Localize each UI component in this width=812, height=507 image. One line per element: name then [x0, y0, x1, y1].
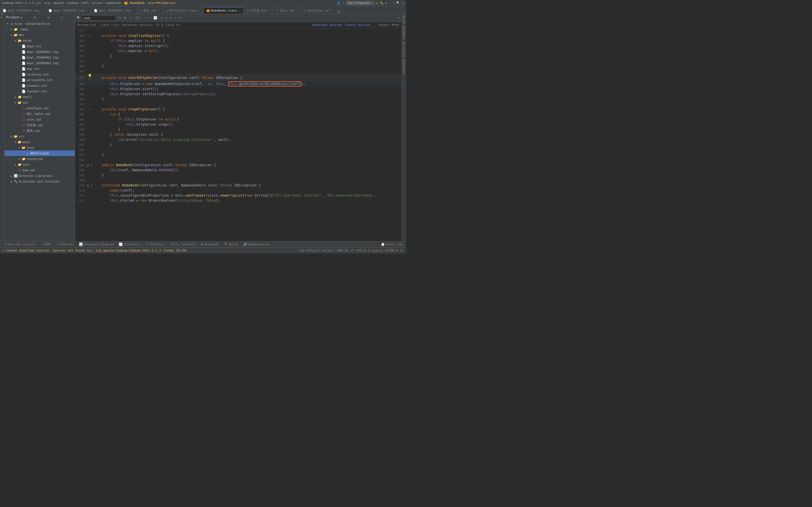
tab-join-sql[interactable]: ⬡ join.sql ✕: [273, 7, 301, 14]
sidebar-item-shell[interactable]: ▶ 📁 shell: [4, 94, 75, 100]
tab-todo[interactable]: ☑ TODO: [39, 242, 53, 247]
sidebar-item-doc[interactable]: ▼ 📂 doc: [4, 32, 75, 38]
status-warning[interactable]: ⚠ Cannot download sources: Sources not f…: [2, 249, 187, 252]
git-icon[interactable]: ↑: [393, 1, 395, 5]
sidebar-item-src[interactable]: ▼ 📂 src: [4, 133, 75, 139]
tab-statistic[interactable]: 📈 Statistic: [116, 242, 143, 247]
intention-bulb[interactable]: 💡: [88, 74, 92, 78]
tab-datatype-sql[interactable]: ⬡ dataType.sql ✕: [301, 7, 337, 14]
search-next-btn[interactable]: ↓: [148, 16, 152, 20]
maven-panel-label[interactable]: Maven: [402, 14, 406, 25]
tab-overflow[interactable]: ▼: [337, 10, 342, 14]
tab-build[interactable]: 🔨 Build: [222, 242, 241, 247]
structure-panel-label[interactable]: Structure: [402, 41, 406, 58]
tab-event-log[interactable]: 📋 Event Log: [378, 242, 405, 247]
run-icon[interactable]: ▶: [376, 1, 378, 5]
tab-hdfsclient[interactable]: ☕ HdfsClient.java ✕: [163, 7, 203, 14]
tab-sequence-diagram[interactable]: 📊 Sequence Diagram: [77, 242, 116, 247]
sidebar-item-resources[interactable]: ▶ 📁 resources: [4, 156, 75, 162]
database-panel-label[interactable]: Database: [402, 25, 406, 41]
tab-problems[interactable]: ⚠ Problems: [54, 242, 76, 247]
sidebar-item-java[interactable]: ▼ 📂 java: [4, 145, 75, 151]
search-opt2-btn[interactable]: ⊟: [169, 17, 172, 19]
sidebar-item-datas[interactable]: ▼ 📂 datas: [4, 38, 75, 43]
search-multiline-btn[interactable]: ⏸: [159, 17, 163, 19]
tab-query-sql[interactable]: ⬡ 查询.sql ✕: [137, 7, 163, 14]
sidebar-item-ddl-sql[interactable]: ▶ ⬡ DDL_table.sql: [4, 111, 75, 117]
collapse-all-icon[interactable]: ≡: [34, 15, 46, 19]
close-sidebar-icon[interactable]: ✕: [61, 15, 73, 19]
close-tab-icon[interactable]: ✕: [86, 9, 88, 12]
search-filter-btn[interactable]: ⚗: [178, 16, 182, 20]
status-server[interactable]: <no default server>: [299, 249, 335, 252]
fold-marker[interactable]: [91, 164, 92, 167]
sidebar-item-dept-txt[interactable]: ▶ 📄 dept.txt: [4, 43, 75, 49]
sidebar-item-idea[interactable]: ▶ 📁 .idea: [4, 26, 75, 32]
sidebar-item-join-sql[interactable]: ▶ ⬡ join.sql: [4, 117, 75, 122]
sidebar-item-dept-log2[interactable]: ▶ 📄 dept_20200402.log: [4, 55, 75, 60]
debug-icon[interactable]: 🐛: [380, 1, 384, 5]
sidebar-item-hive-root[interactable]: ▼ 🗁 hive ~/Desktop/hive: [4, 21, 75, 26]
sidebar-item-datatype-sql[interactable]: ▶ ⬡ dataType.sql: [4, 105, 75, 111]
tab-dependencies[interactable]: 🔗 Dependencies: [241, 242, 273, 247]
search-opt3-btn[interactable]: ≡: [173, 17, 176, 19]
sidebar-item-scratches[interactable]: ▶ 🔧 Scratches and Consoles: [4, 179, 75, 184]
close-tab-icon[interactable]: ✕: [199, 9, 200, 12]
sidebar-item-sql[interactable]: ▼ 📂 sql: [4, 100, 75, 105]
sidebar-item-pom[interactable]: ▶ ⬡ pom.xml: [4, 167, 75, 173]
external-icon[interactable]: ⊕: [20, 15, 33, 19]
bc-method[interactable]: startHttpServer: [148, 1, 175, 5]
choose-sources-link[interactable]: Choose Sources...: [345, 23, 377, 27]
sidebar-item-query-sql[interactable]: ▶ ⬡ 查询.sql: [4, 128, 75, 133]
status-charset[interactable]: UTF-8: [356, 249, 366, 252]
tab-dept-20200401[interactable]: 📄 dept_20200401.log ✕: [0, 7, 46, 14]
reader-mode-btn[interactable]: Reader Mode: [378, 23, 399, 27]
add-configuration-button[interactable]: Add Configuration...: [346, 1, 374, 5]
sidebar-item-partition-sql[interactable]: ▶ ⬡ 分区表.sql: [4, 122, 75, 128]
settings-icon[interactable]: ⚙: [47, 15, 60, 19]
sidebar-item-hdfsclient[interactable]: ▶ ☕ HdfsClient: [4, 151, 75, 156]
sidebar-item-main[interactable]: ▼ 📂 main: [4, 139, 75, 145]
tab-dept-20200402[interactable]: 📄 dept_20200402.log ✕: [46, 7, 91, 14]
tab-partition-sql[interactable]: ⬡ 分区表.sql ✕: [244, 7, 273, 14]
tab-menu-icon[interactable]: ⋮: [400, 10, 406, 14]
search-icon[interactable]: 🔍: [396, 1, 400, 5]
close-tab-icon[interactable]: ✕: [158, 9, 160, 12]
tab-file-transfer[interactable]: ↕ File Transfer: [167, 242, 199, 247]
status-encoding[interactable]: LF: [350, 249, 354, 252]
status-spaces[interactable]: 4 spaces: [368, 249, 383, 252]
sidebar-item-location[interactable]: ▶ 📄 location.txt: [4, 71, 75, 77]
bc-jar[interactable]: hadoop-hdfs-3.1.3.jar: [2, 1, 42, 5]
tab-namenode-class[interactable]: 🍊 NameNode.class ✕: [204, 7, 244, 14]
fold-marker[interactable]: [91, 184, 92, 187]
sidebar-item-test[interactable]: ▶ 📁 test: [4, 162, 75, 167]
download-sources-link[interactable]: Download Sources: [313, 23, 343, 27]
tab-version-control[interactable]: ⎇ Version Control: [1, 242, 38, 247]
fold-marker[interactable]: [89, 78, 91, 81]
fold-marker[interactable]: [89, 34, 91, 38]
close-tab-icon[interactable]: ✕: [41, 9, 43, 12]
fold-marker[interactable]: [89, 108, 91, 111]
sidebar-item-emp[interactable]: ▶ 📄 emp.txt: [4, 66, 75, 71]
status-git[interactable]: UCSDN ♦ 2+: [385, 249, 404, 252]
settings-icon[interactable]: ⚙: [402, 1, 404, 5]
status-position[interactable]: 488:18: [337, 249, 348, 252]
case-sensitive-btn[interactable]: Cc: [117, 16, 122, 20]
close-tab-icon[interactable]: ✕: [239, 9, 241, 12]
sidebar-item-student[interactable]: ▶ 📄 student.txt: [4, 83, 75, 89]
run-with-coverage-icon[interactable]: ▶: [386, 1, 388, 5]
sidebar-item-teacher[interactable]: ▶ 📄 teacher.txt: [4, 89, 75, 94]
regex-btn[interactable]: .*: [128, 16, 133, 20]
back-icon[interactable]: ↩: [342, 1, 344, 5]
search-input[interactable]: [82, 15, 116, 20]
bookmarks-panel-label[interactable]: Bookmarks: [402, 58, 406, 75]
code-editor[interactable]: 479 480 private void stopTrashEmptier() …: [75, 28, 402, 241]
close-tab-icon[interactable]: ✕: [296, 9, 298, 12]
tab-terminal[interactable]: ▶ Terminal: [199, 242, 221, 247]
close-tab-icon[interactable]: ✕: [332, 9, 334, 12]
sidebar-item-personinfo[interactable]: ▶ 📄 personInfo.txt: [4, 77, 75, 83]
search-close-btn[interactable]: ✕: [398, 16, 400, 20]
sidebar-item-external-libraries[interactable]: ▶ 📊 External Libraries: [4, 173, 75, 179]
search-opt1-btn[interactable]: ⊞: [165, 17, 168, 19]
search-wrap-btn[interactable]: ⬜: [153, 16, 158, 20]
